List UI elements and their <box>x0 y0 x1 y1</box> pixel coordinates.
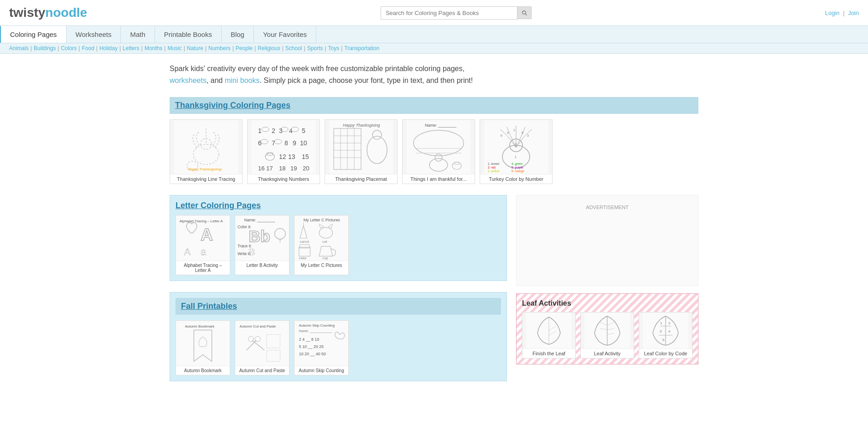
nav-blog[interactable]: Blog <box>222 26 254 43</box>
leaf-card-1[interactable]: Leaf Activity <box>580 312 634 358</box>
leaf-card-2[interactable]: 1 2 3 4 5 Leaf Color by Code <box>639 312 692 358</box>
svg-rect-103 <box>294 321 348 366</box>
svg-text:18: 18 <box>279 165 285 172</box>
fall-card-2[interactable]: Autumn Skip Counting Name: ____________ … <box>294 320 349 375</box>
subnav-food[interactable]: Food <box>82 45 94 51</box>
letter-section-title[interactable]: Letter Coloring Pages <box>176 201 261 210</box>
thanksgiving-section: Thanksgiving Coloring Pages <box>170 97 698 184</box>
intro-worksheets-link[interactable]: worksheets <box>170 77 207 84</box>
logo-twisty: twisty <box>9 5 45 20</box>
leaf-section-header: Leaf Activities <box>522 299 692 307</box>
svg-text:2: 2 <box>668 321 671 325</box>
fall-card-title-1: Autumn Cut and Paste <box>235 366 289 375</box>
thanksgiving-card-4[interactable]: 6 4 1 5 3 2 1 1- brown 2- red 3- yellow … <box>480 119 553 184</box>
nav-printable-books[interactable]: Printable Books <box>155 26 222 43</box>
subnav-religious[interactable]: Religious <box>258 45 280 51</box>
fall-card-img-2: Autumn Skip Counting Name: ____________ … <box>294 321 348 366</box>
subnav-letters[interactable]: Letters <box>123 45 140 51</box>
fall-cards-row: Autumn Bookmark Autumn Bookmark <box>176 320 501 375</box>
subnav-numbers[interactable]: Numbers <box>208 45 231 51</box>
leaf-card-0[interactable]: Finish the Leaf <box>522 312 576 358</box>
subnav-people[interactable]: People <box>236 45 253 51</box>
fall-card-img-0: Autumn Bookmark <box>176 321 230 366</box>
svg-text:4: 4 <box>507 131 509 134</box>
subnav-transportation[interactable]: Transportation <box>344 45 379 51</box>
letter-section-header: Letter Coloring Pages <box>176 201 501 210</box>
svg-text:A: A <box>184 246 191 257</box>
letter-card-1[interactable]: Name: ________ Color it: Bb Trace it: B … <box>235 215 289 275</box>
nav-your-favorites[interactable]: Your Favorites <box>254 26 316 43</box>
svg-text:15: 15 <box>302 153 309 160</box>
svg-text:5: 5 <box>662 338 665 342</box>
svg-text:Bb: Bb <box>249 227 270 246</box>
main-content: Spark kids' creativity every day of the … <box>160 54 708 401</box>
subnav-holiday[interactable]: Holiday <box>99 45 118 51</box>
svg-text:3: 3 <box>660 329 662 333</box>
svg-text:4: 4 <box>668 329 671 333</box>
subnav-buildings[interactable]: Buildings <box>34 45 56 51</box>
thanksgiving-cards-row: Happy Thanksgiving! Thanksgiving Line Tr… <box>170 119 698 184</box>
nav-worksheets[interactable]: Worksheets <box>67 26 121 43</box>
svg-text:4- green: 4- green <box>512 162 523 166</box>
subnav-school[interactable]: School <box>285 45 302 51</box>
letter-card-img-2: My Letter C Pictures carrot cat <box>294 215 348 261</box>
nav-coloring-pages[interactable]: Coloring Pages <box>0 26 67 43</box>
fall-section-title[interactable]: Fall Printables <box>181 302 237 311</box>
search-area <box>381 6 532 20</box>
subnav-animals[interactable]: Animals <box>9 45 29 51</box>
auth-links: Login | Join <box>825 10 859 16</box>
fall-card-img-1: Autumn Cut and Paste <box>235 321 289 366</box>
svg-text:2: 2 <box>272 127 275 134</box>
join-link[interactable]: Join <box>848 10 859 16</box>
letter-card-0[interactable]: Alphabet Tracing – Letter A A A a Alphab… <box>176 215 230 275</box>
thanksgiving-card-1[interactable]: 1 2 3 4 5 6 7 8 9 10 <box>247 119 320 184</box>
subnav-music[interactable]: Music <box>167 45 181 51</box>
thanksgiving-card-title-1: Thanksgiving Numbers <box>248 174 320 184</box>
search-button[interactable] <box>517 6 532 19</box>
thanksgiving-card-3[interactable]: Name: ________ Things I am th <box>402 119 475 184</box>
svg-text:Write it:: Write it: <box>238 251 251 256</box>
thanksgiving-card-title-3: Things I am thankful for... <box>403 174 475 184</box>
svg-text:Autumn Bookmark: Autumn Bookmark <box>185 324 215 328</box>
subnav-toys[interactable]: Toys <box>328 45 339 51</box>
intro-text1: Spark kids' creativity every day of the … <box>170 65 465 72</box>
svg-text:Name: ________: Name: ________ <box>244 217 276 222</box>
subnav-colors[interactable]: Colors <box>61 45 77 51</box>
fall-card-1[interactable]: Autumn Cut and Paste Aut <box>235 320 289 375</box>
leaf-cards-row: Finish the Leaf <box>522 312 692 358</box>
thanksgiving-card-img-2: Happy Thanksgiving <box>325 120 397 174</box>
intro-minibooks-link[interactable]: mini books <box>225 77 259 84</box>
svg-text:1: 1 <box>258 127 262 134</box>
letter-cards-row: Alphabet Tracing – Letter A A A a Alphab… <box>176 215 501 275</box>
svg-text:1- brown: 1- brown <box>488 162 500 165</box>
logo[interactable]: twistynoodle <box>9 5 87 20</box>
svg-text:cup: cup <box>322 256 328 260</box>
svg-text:12: 12 <box>279 153 286 160</box>
svg-text:19: 19 <box>290 165 297 172</box>
svg-text:Autumn Cut and Paste: Autumn Cut and Paste <box>240 324 276 328</box>
search-input[interactable] <box>381 6 517 20</box>
svg-text:16 17: 16 17 <box>258 165 273 172</box>
login-link[interactable]: Login <box>825 10 840 16</box>
thanksgiving-section-title[interactable]: Thanksgiving Coloring Pages <box>175 101 290 110</box>
main-nav: Coloring Pages Worksheets Math Printable… <box>0 26 868 43</box>
thanksgiving-card-2[interactable]: Happy Thanksgiving <box>325 119 398 184</box>
svg-text:Happy Thanksgiving!: Happy Thanksgiving! <box>188 167 222 171</box>
fall-card-title-2: Autumn Skip Counting <box>294 366 348 375</box>
leaf-section: Leaf Activities <box>516 293 698 364</box>
intro-text: Spark kids' creativity every day of the … <box>170 63 489 86</box>
nav-math[interactable]: Math <box>121 26 155 43</box>
subnav-nature[interactable]: Nature <box>187 45 203 51</box>
thanksgiving-section-header: Thanksgiving Coloring Pages <box>170 97 698 114</box>
search-icon <box>521 10 527 16</box>
fall-card-0[interactable]: Autumn Bookmark Autumn Bookmark <box>176 320 230 375</box>
thanksgiving-card-0[interactable]: Happy Thanksgiving! Thanksgiving Line Tr… <box>170 119 243 184</box>
leaf-card-title-1: Leaf Activity <box>581 349 634 358</box>
leaf-card-img-2: 1 2 3 4 5 <box>639 312 692 349</box>
advertisement-area: ADVERTISEMENT <box>516 195 698 286</box>
svg-text:My Letter C Pictures: My Letter C Pictures <box>304 217 341 222</box>
subnav-months[interactable]: Months <box>145 45 162 51</box>
letter-card-2[interactable]: My Letter C Pictures carrot cat <box>294 215 349 275</box>
svg-text:5- purple: 5- purple <box>512 166 523 169</box>
subnav-sports[interactable]: Sports <box>307 45 323 51</box>
